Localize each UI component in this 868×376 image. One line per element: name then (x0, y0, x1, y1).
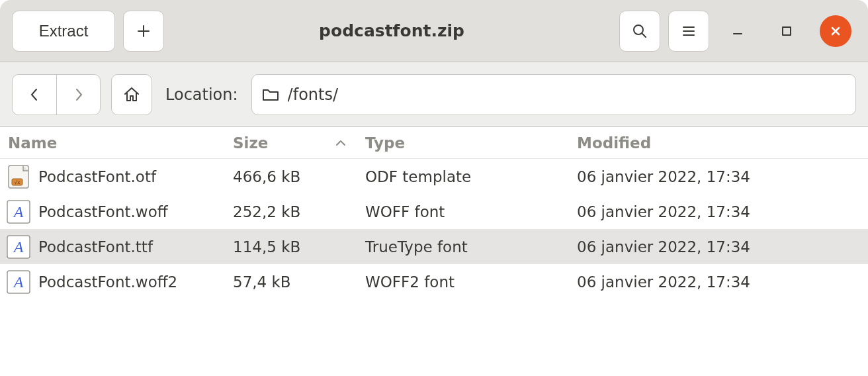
file-modified: 06 janvier 2022, 17:34 (569, 159, 868, 194)
file-modified: 06 janvier 2022, 17:34 (569, 194, 868, 229)
table-row[interactable]: A PodcastFont.woff257,4 kBWOFF2 font06 j… (0, 264, 868, 299)
file-name: PodcastFont.otf (38, 168, 156, 185)
file-size: 114,5 kB (225, 229, 357, 264)
template-icon: √x (5, 164, 32, 190)
font-icon: A (5, 269, 32, 295)
column-header-size[interactable]: Size (225, 127, 357, 158)
chevron-right-icon (73, 86, 85, 103)
plus-icon (136, 24, 151, 38)
file-name: PodcastFont.ttf (38, 238, 153, 256)
table-row[interactable]: A PodcastFont.ttf114,5 kBTrueType font06… (0, 229, 868, 264)
file-modified: 06 janvier 2022, 17:34 (569, 229, 868, 264)
hamburger-icon (681, 23, 697, 39)
maximize-icon (781, 25, 793, 37)
file-size: 252,2 kB (225, 194, 357, 229)
svg-text:A: A (13, 238, 24, 256)
minimize-button[interactable] (717, 11, 758, 52)
svg-rect-1 (783, 27, 791, 35)
maximize-button[interactable] (766, 11, 807, 52)
titlebar: Extract podcastfont.zip (0, 0, 868, 62)
column-header-name[interactable]: Name (0, 127, 225, 158)
home-icon (122, 85, 141, 104)
location-input[interactable] (286, 85, 846, 105)
back-button[interactable] (13, 75, 56, 115)
minimize-icon (731, 24, 744, 38)
toolbar: Location: (0, 62, 868, 127)
column-headers: Name Size Type Modified (0, 127, 868, 159)
close-button[interactable] (815, 11, 856, 52)
svg-text:A: A (13, 273, 24, 291)
file-type: WOFF font (357, 194, 569, 229)
menu-button[interactable] (668, 11, 709, 52)
chevron-left-icon (28, 86, 40, 103)
search-icon (631, 23, 648, 40)
folder-icon (261, 87, 280, 103)
table-row[interactable]: A PodcastFont.woff252,2 kBWOFF font06 ja… (0, 194, 868, 229)
home-button[interactable] (111, 74, 152, 115)
svg-text:A: A (13, 203, 24, 220)
file-type: TrueType font (357, 229, 569, 264)
table-row[interactable]: √x PodcastFont.otf466,6 kBODF template06… (0, 159, 868, 194)
extract-button[interactable]: Extract (12, 11, 115, 52)
forward-button[interactable] (56, 75, 100, 115)
location-label: Location: (165, 85, 238, 104)
close-icon (829, 24, 842, 38)
search-button[interactable] (619, 11, 660, 52)
close-icon-bg (820, 15, 851, 47)
svg-text:√x: √x (15, 180, 21, 185)
file-size: 466,6 kB (225, 159, 357, 194)
file-size: 57,4 kB (225, 264, 357, 299)
window-title: podcastfont.zip (172, 21, 611, 40)
location-field[interactable] (251, 74, 856, 115)
file-list: √x PodcastFont.otf466,6 kBODF template06… (0, 159, 868, 299)
column-header-type[interactable]: Type (357, 127, 569, 158)
column-header-size-label: Size (233, 134, 268, 152)
font-icon: A (5, 234, 32, 260)
font-icon: A (5, 199, 32, 225)
sort-ascending-icon (335, 138, 347, 148)
file-name: PodcastFont.woff (38, 203, 168, 220)
nav-back-forward (12, 74, 101, 115)
file-type: WOFF2 font (357, 264, 569, 299)
file-name: PodcastFont.woff2 (38, 273, 177, 291)
file-type: ODF template (357, 159, 569, 194)
column-header-modified[interactable]: Modified (569, 127, 868, 158)
new-archive-button[interactable] (123, 11, 164, 52)
file-modified: 06 janvier 2022, 17:34 (569, 264, 868, 299)
